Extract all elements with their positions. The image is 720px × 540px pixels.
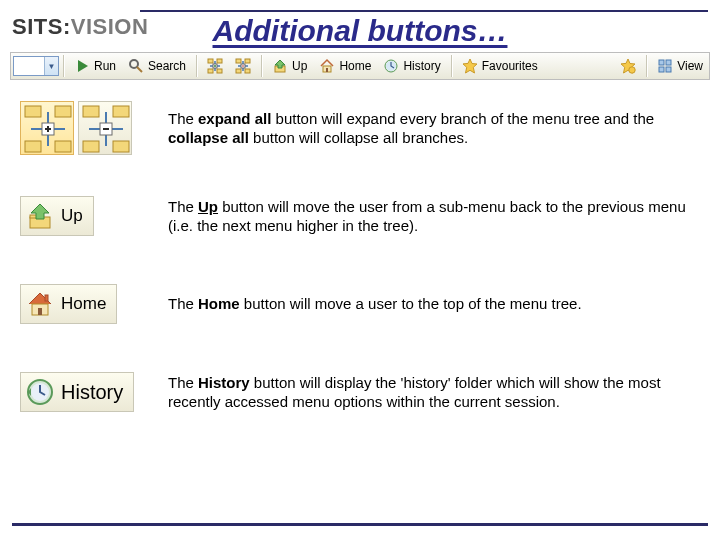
svg-rect-3 <box>208 59 213 63</box>
favourites-button[interactable]: Favourites <box>456 53 544 79</box>
svg-rect-22 <box>666 67 671 72</box>
home-illus: Home <box>20 284 117 324</box>
up-button[interactable]: Up <box>266 53 313 79</box>
row-home: Home The Home button will move a user to… <box>20 276 702 332</box>
home-desc: The Home button will move a user to the … <box>168 294 582 314</box>
svg-rect-19 <box>659 60 664 65</box>
collapse-all-icon <box>235 58 251 74</box>
content: The expand all button will expand every … <box>20 100 702 420</box>
svg-rect-30 <box>83 141 99 152</box>
history-button[interactable]: History <box>377 53 446 79</box>
svg-rect-23 <box>25 106 41 117</box>
chevron-down-icon: ▼ <box>44 57 58 75</box>
logo: SITS:VISION <box>12 14 148 40</box>
svg-point-18 <box>629 67 635 73</box>
history-desc: The History button will display the 'his… <box>168 373 702 412</box>
svg-marker-0 <box>78 60 88 72</box>
up-icon <box>272 58 288 74</box>
bottom-rule <box>12 523 708 526</box>
collapse-all-illus <box>78 101 132 155</box>
up-desc: The Up button will move the user from a … <box>168 197 702 236</box>
search-button[interactable]: Search <box>122 53 192 79</box>
star-add-icon <box>620 58 636 74</box>
svg-rect-8 <box>236 59 241 63</box>
home-icon <box>319 58 335 74</box>
svg-rect-24 <box>55 106 71 117</box>
svg-rect-10 <box>236 69 241 73</box>
svg-point-1 <box>130 60 138 68</box>
star-icon <box>462 58 478 74</box>
svg-rect-15 <box>326 68 328 72</box>
expand-desc: The expand all button will expand every … <box>168 109 702 148</box>
toolbar-combo[interactable]: ▼ <box>13 56 59 76</box>
collapse-all-button[interactable] <box>229 53 257 79</box>
svg-rect-31 <box>113 141 129 152</box>
svg-rect-4 <box>217 59 222 63</box>
home-icon <box>25 289 55 319</box>
history-icon <box>383 58 399 74</box>
svg-rect-25 <box>25 141 41 152</box>
svg-rect-11 <box>245 69 250 73</box>
view-button[interactable]: View <box>651 53 709 79</box>
up-icon <box>25 201 55 231</box>
row-expand: The expand all button will expand every … <box>20 100 702 156</box>
home-button[interactable]: Home <box>313 53 377 79</box>
svg-rect-26 <box>55 141 71 152</box>
svg-rect-29 <box>113 106 129 117</box>
svg-line-2 <box>137 67 142 72</box>
svg-rect-28 <box>83 106 99 117</box>
run-icon <box>74 58 90 74</box>
svg-rect-5 <box>208 69 213 73</box>
run-button[interactable]: Run <box>68 53 122 79</box>
history-illus: History <box>20 372 134 412</box>
add-fav-button[interactable] <box>614 53 642 79</box>
view-icon <box>657 58 673 74</box>
svg-rect-20 <box>666 60 671 65</box>
history-icon <box>25 377 55 407</box>
expand-all-illus <box>20 101 74 155</box>
svg-rect-6 <box>217 69 222 73</box>
expand-all-icon <box>207 58 223 74</box>
row-up: Up The Up button will move the user from… <box>20 188 702 244</box>
search-icon <box>128 58 144 74</box>
svg-rect-37 <box>45 295 48 301</box>
top-rule <box>140 10 708 12</box>
row-history: History The History button will display … <box>20 364 702 420</box>
expand-all-button[interactable] <box>201 53 229 79</box>
up-illus: Up <box>20 196 94 236</box>
svg-rect-36 <box>38 308 42 315</box>
svg-rect-9 <box>245 59 250 63</box>
toolbar: ▼ Run Search Up Home History <box>10 52 710 80</box>
svg-rect-21 <box>659 67 664 72</box>
